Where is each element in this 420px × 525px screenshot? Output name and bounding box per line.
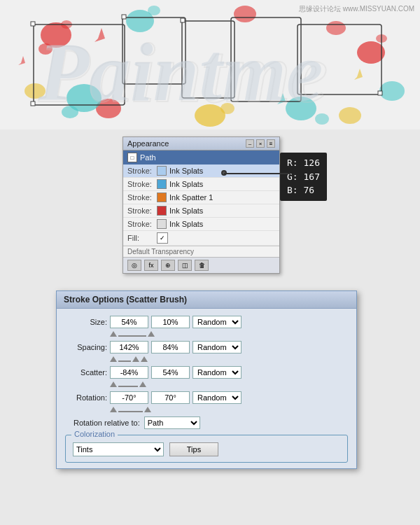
rotation-label: Rotation:	[65, 393, 107, 402]
stroke-row-5[interactable]: Stroke: Ink Splats	[123, 218, 279, 231]
panel-body: Stroke: Ink Splats Stroke: Ink Splats St…	[123, 164, 279, 273]
scatter-dropdown[interactable]: Random	[192, 366, 241, 379]
colorization-row: Tints Tips	[73, 442, 340, 456]
spacing-input-2[interactable]	[151, 341, 190, 354]
toolbar-fx-btn[interactable]: fx	[144, 260, 158, 271]
scatter-tri-1[interactable]	[110, 382, 117, 387]
svg-point-7	[234, 6, 256, 22]
color-swatch-2	[157, 179, 167, 189]
svg-rect-28	[31, 102, 35, 106]
panel-toolbar: ◎ fx ⊕ ◫ 🗑	[123, 257, 279, 273]
rotation-dropdown[interactable]: Random	[192, 391, 241, 404]
stroke-text-2: Ink Splats	[169, 180, 203, 188]
toolbar-add-btn[interactable]: ◎	[127, 260, 141, 271]
color-swatch-3	[157, 192, 167, 202]
stroke-label-1: Stroke:	[127, 167, 154, 175]
colorization-legend: Colorization	[71, 430, 118, 438]
svg-rect-25	[122, 15, 126, 19]
svg-text:Paintme: Paintme	[38, 27, 323, 118]
rotation-relative-label: Rotation relative to:	[74, 419, 140, 427]
rotation-input-2[interactable]	[151, 391, 190, 404]
svg-point-14	[379, 81, 405, 101]
tips-button[interactable]: Tips	[169, 442, 218, 456]
stroke-row-4[interactable]: Stroke: Ink Splats	[123, 204, 279, 218]
size-tri-up-1[interactable]	[110, 331, 117, 337]
path-label: Path	[140, 153, 156, 162]
spacing-input-1[interactable]	[110, 341, 148, 354]
color-swatch-1	[157, 166, 167, 176]
r-value: 126	[303, 158, 319, 168]
rotation-tri-2[interactable]	[144, 407, 151, 412]
stroke-label-3: Stroke:	[127, 193, 154, 202]
rotation-row: Rotation: Random	[65, 391, 348, 404]
svg-rect-27	[378, 91, 382, 95]
scatter-slider[interactable]	[110, 382, 146, 387]
connector-line	[224, 173, 290, 174]
panel-path-row[interactable]: □ Path	[123, 150, 279, 164]
spacing-row: Spacing: Random	[65, 341, 348, 354]
stroke-text-5: Ink Splats	[169, 220, 203, 228]
color-swatch-4	[157, 206, 167, 216]
panel-minimize-btn[interactable]: –	[246, 139, 254, 148]
size-input-2[interactable]	[151, 316, 190, 328]
fill-label: Fill:	[127, 234, 154, 242]
scatter-label: Scatter:	[65, 368, 107, 377]
panel-controls: – × ≡	[246, 139, 275, 148]
panel-title: Appearance	[127, 139, 169, 148]
path-icon: □	[127, 153, 137, 162]
panel-close-btn[interactable]: ×	[256, 139, 265, 148]
rotation-tri-1[interactable]	[110, 407, 117, 412]
rotation-relative-select[interactable]: Path	[144, 416, 200, 429]
fill-row[interactable]: Fill: ✓	[123, 231, 279, 246]
spacing-tri-3[interactable]	[141, 356, 148, 362]
stroke-text-1: Ink Splats	[169, 167, 203, 175]
canvas-area: 思缘设计论坛 www.MISSYUAN.COM	[0, 0, 420, 130]
rotation-slider-row	[65, 407, 348, 412]
fill-icon: ✓	[157, 232, 168, 244]
color-swatch-5	[157, 219, 167, 229]
scatter-input-2[interactable]	[151, 366, 190, 379]
toolbar-duplicate-btn[interactable]: ◫	[178, 260, 192, 271]
svg-rect-24	[31, 22, 35, 26]
scatter-input-1[interactable]	[110, 366, 148, 379]
g-value: 167	[303, 172, 319, 182]
toolbar-copy-btn[interactable]: ⊕	[161, 260, 175, 271]
stroke-row-2[interactable]: Stroke: Ink Splats	[123, 178, 279, 191]
panel-menu-btn[interactable]: ≡	[267, 139, 275, 148]
stroke-label-4: Stroke:	[127, 206, 154, 215]
color-tooltip: R: 126 G: 167 B: 76	[280, 153, 327, 201]
paint-splatters: Paintme Paintme	[0, 0, 420, 130]
stroke-label-2: Stroke:	[127, 180, 154, 188]
colorization-section: Colorization Tints Tips	[65, 435, 348, 463]
spacing-dropdown[interactable]: Random	[192, 341, 241, 354]
toolbar-delete-btn[interactable]: 🗑	[195, 260, 209, 271]
colorization-method-select[interactable]: Tints	[73, 442, 164, 456]
size-slider-row	[65, 331, 348, 337]
spacing-tri-2[interactable]	[132, 356, 139, 362]
dialog-body: OK Cancel Size: Random Spacing:	[57, 309, 356, 468]
size-slider[interactable]	[110, 331, 155, 337]
size-dropdown[interactable]: Random	[192, 316, 241, 328]
size-input-1[interactable]	[110, 316, 148, 328]
scatter-slider-row	[65, 382, 348, 387]
r-label: R:	[287, 158, 303, 168]
stroke-text-4: Ink Splats	[169, 206, 203, 215]
stroke-label-5: Stroke:	[127, 220, 154, 228]
svg-point-6	[326, 21, 346, 35]
stroke-text-3: Ink Spatter 1	[169, 193, 213, 202]
stroke-row-3[interactable]: Stroke: Ink Spatter 1	[123, 191, 279, 204]
rotation-input-1[interactable]	[110, 391, 148, 404]
b-label: B:	[287, 185, 303, 195]
dialog-titlebar: Stroke Options (Scatter Brush)	[57, 291, 356, 309]
spacing-slider[interactable]	[110, 356, 148, 362]
svg-point-4	[357, 41, 385, 64]
stroke-row-1[interactable]: Stroke: Ink Splats	[123, 164, 279, 178]
size-label: Size:	[65, 318, 107, 326]
spacing-tri-1[interactable]	[110, 356, 117, 362]
size-tri-up-2[interactable]	[148, 331, 155, 337]
svg-point-18	[339, 107, 361, 124]
panel-titlebar: Appearance – × ≡	[123, 137, 279, 150]
scatter-tri-2[interactable]	[139, 382, 146, 387]
rotation-slider[interactable]	[110, 407, 151, 412]
svg-point-11	[148, 6, 160, 15]
